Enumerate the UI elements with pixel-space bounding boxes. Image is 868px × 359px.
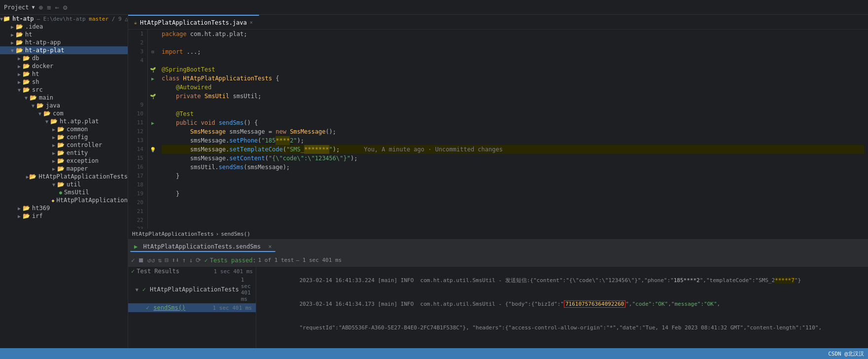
sidebar-label: ht [25, 31, 32, 38]
code-line-9: @SpringBootTest [162, 65, 864, 74]
tab-close-button[interactable]: × [250, 20, 253, 25]
sidebar-item-mapper[interactable]: ▶ 📂 mapper [0, 165, 128, 173]
sidebar-item-htatp-app[interactable]: ◆ HtAtpPlatApplication [0, 196, 128, 204]
arrow-icon: ▼ [43, 119, 50, 124]
sidebar-item-main[interactable]: ▼ 📂 main [0, 94, 128, 102]
sidebar-item-ht[interactable]: ▶ 📂 ht [0, 31, 128, 38]
line-num-9: 9 [132, 101, 143, 109]
main-container: ▼ 📁 ht-atp – E:\dev\ht-atp master / 9 △ … [0, 15, 868, 348]
line-num-19: 19 [132, 189, 143, 198]
sidebar-label: main [39, 94, 53, 101]
line-num-20: 20 [132, 198, 143, 207]
filter-icon[interactable]: ⊟ [165, 256, 169, 264]
sidebar-item-ht2[interactable]: ▶ 📂 ht [0, 70, 128, 78]
top-toolbar: ⊕ ≡ ⇐ ⚙ [39, 3, 68, 11]
log-output[interactable]: 2023-02-14 16:41:33.224 [main] INFO com.… [256, 267, 868, 348]
bottom-panel: ▶ HtAtpPlatApplicationTests.sendSms × ✓ … [128, 240, 868, 348]
sidebar-label: entity [67, 149, 88, 156]
breadcrumb-method[interactable]: sendSms() [221, 231, 250, 237]
check-icon: ✓ [131, 256, 135, 264]
line-num-18: 18 [132, 180, 143, 189]
sidebar-item-src[interactable]: ▼ 📂 src [0, 86, 128, 94]
code-content[interactable]: package com.ht.atp.plat; import ...; @Sp… [158, 30, 868, 229]
project-label[interactable]: Project [4, 4, 29, 11]
folder-open-icon: 📂 [43, 110, 51, 117]
sidebar-item-controller[interactable]: ▶ 📂 controller [0, 141, 128, 149]
sidebar-item-docker[interactable]: ▶ 📂 docker [0, 62, 128, 70]
project-dropdown-arrow[interactable]: ▼ [32, 4, 35, 10]
collapse-icon[interactable]: ⇐ [55, 3, 59, 11]
test-results-time: 1 sec 401 ms [214, 268, 253, 275]
bottom-tab-test[interactable]: ▶ HtAtpPlatApplicationTests.sendSms × [130, 242, 276, 252]
arrow-icon: ▶ [50, 166, 57, 172]
sidebar-item-util[interactable]: ▼ 📂 util [0, 180, 128, 188]
tab-bar: ☕ HtAtpPlatApplicationTests.java × [128, 15, 868, 30]
line-num-6: 6 [132, 74, 143, 83]
sidebar-label: ht-atp-app [25, 39, 61, 46]
refresh-icon[interactable]: ⟳ [196, 256, 201, 264]
down-icon[interactable]: ↓ [189, 256, 193, 264]
line-num-8: 8 [132, 92, 143, 101]
sidebar-item-ht-atp[interactable]: ▼ 📁 ht-atp – E:\dev\ht-atp master / 9 △ [0, 15, 128, 23]
project-sidebar[interactable]: ▼ 📁 ht-atp – E:\dev\ht-atp master / 9 △ … [0, 15, 128, 348]
test-results-label: Test Results [137, 268, 179, 275]
folder-open-icon: 📂 [23, 86, 30, 93]
code-line-20: smsUtil.sendSms(smsMessage); [162, 163, 864, 172]
sidebar-item-entity[interactable]: ▶ 📂 entity [0, 149, 128, 157]
sidebar-item-db[interactable]: ▶ 📂 db [0, 54, 128, 62]
test-method-item[interactable]: ✓ sendSms() 1 sec 401 ms [128, 303, 256, 312]
sidebar-item-idea[interactable]: ▶ 📂 .idea [0, 23, 128, 31]
sidebar-item-sh[interactable]: ▶ 📂 sh [0, 78, 128, 86]
sidebar-item-java[interactable]: ▼ 📂 java [0, 102, 128, 109]
arrow-icon: ▶ [50, 143, 57, 148]
up-icon[interactable]: ↑ [182, 256, 186, 264]
stop-icon[interactable]: ⏹ [138, 256, 144, 264]
arrow-icon: ▶ [26, 174, 29, 180]
sidebar-label: java [46, 102, 60, 109]
sidebar-item-common[interactable]: ▶ 📂 common [0, 125, 128, 133]
code-editor[interactable]: 1 2 3 4 5 6 7 8 9 10 11 12 13 14 15 16 1… [128, 30, 868, 229]
code-line-4 [162, 56, 864, 65]
sidebar-item-config[interactable]: ▶ 📂 config [0, 133, 128, 141]
sidebar-item-ht-atp-plat-pkg[interactable]: ▼ 📂 ht.atp.plat [0, 117, 128, 125]
sidebar-label: .idea [25, 23, 43, 30]
sort-icon[interactable]: ⇅ [158, 256, 162, 264]
test-results-header: ✓ Test Results 1 sec 401 ms [128, 267, 256, 276]
editor-tab-active[interactable]: ☕ HtAtpPlatApplicationTests.java × [128, 15, 259, 29]
arrow-icon: ▼ [50, 182, 57, 187]
sidebar-item-ht-atp-app[interactable]: ▶ 📂 ht-atp-app [0, 38, 128, 46]
new-tab-icon[interactable]: ⊕ [39, 3, 43, 11]
code-line-1: package com.ht.atp.plat; [162, 30, 864, 38]
collapse-all-icon[interactable]: ⬆⬇ [172, 256, 179, 264]
folder-icon: 📁 [3, 15, 10, 22]
folder-icon: 📂 [23, 55, 30, 62]
sidebar-label: sh [32, 78, 39, 85]
line-num-10: 10 [132, 109, 143, 118]
sidebar-item-irf[interactable]: ▶ 📂 irf [0, 212, 128, 220]
breadcrumb-class[interactable]: HtAtpPlatApplicationTests [132, 231, 214, 237]
sidebar-item-ht-atp-plat[interactable]: ▼ 📂 ht-atp-plat [0, 46, 128, 54]
sidebar-label: db [32, 55, 39, 62]
sidebar-item-exception[interactable]: ▶ 📂 exception [0, 157, 128, 165]
tab-close[interactable]: × [268, 243, 272, 250]
list-icon[interactable]: ≡ [47, 3, 51, 11]
sidebar-item-service[interactable]: ▶ 📂 HtAtpPlatApplicationTests [0, 173, 128, 180]
arrow-icon: ▼ [23, 95, 30, 101]
line-num-23: 23 [132, 225, 143, 229]
sidebar-item-ht369[interactable]: ▶ 📂 ht369 [0, 204, 128, 212]
folder-icon: 📂 [57, 142, 65, 148]
line-num-2: 2 [132, 38, 143, 47]
test-pass-icon: ✓ [146, 304, 149, 311]
rerun-icon[interactable]: ↺↺ [147, 256, 155, 264]
line-num-22: 22 [132, 216, 143, 225]
test-suite-item[interactable]: ▼ ✓ HtAtpPlatApplicationTests 1 sec 401 … [128, 276, 256, 303]
settings-icon[interactable]: ⚙ [63, 3, 67, 11]
log-line-4: "x-acs-request-id":"ABD5536F-A360-5E27-B… [260, 340, 864, 348]
sidebar-item-smsutil[interactable]: ● SmsUtil [0, 188, 128, 196]
pass-time: – 1 sec 401 ms [296, 257, 342, 263]
sidebar-item-com[interactable]: ▼ 📂 com [0, 109, 128, 117]
test-method-time: 1 sec 401 ms [213, 305, 252, 311]
folder-icon: 📂 [23, 213, 30, 219]
code-line-14: @Test [162, 109, 864, 118]
folder-icon: 📂 [29, 173, 36, 180]
